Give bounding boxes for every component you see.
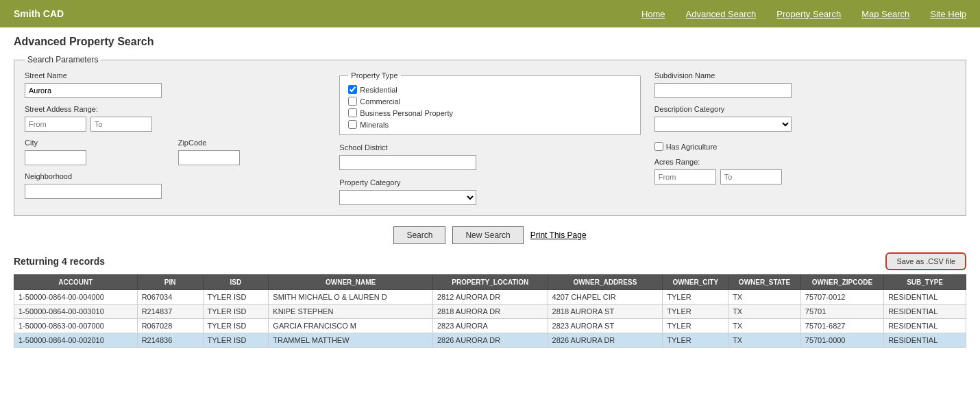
header-row: ACCOUNT PIN ISD OWNER_NAME PROPERTY_LOCA… xyxy=(14,275,966,290)
description-category-label: Description Category xyxy=(654,105,955,113)
nav-site-help[interactable]: Site Help xyxy=(930,9,966,19)
csv-button[interactable]: Save as .CSV file xyxy=(885,252,966,270)
col-header-city: OWNER_CITY xyxy=(663,275,728,290)
property-category-select[interactable] xyxy=(339,190,476,205)
property-category-group: Property Category xyxy=(339,178,640,205)
acres-to-input[interactable] xyxy=(720,169,782,184)
search-params-legend: Search Parameters xyxy=(25,55,101,64)
col-header-account: ACCOUNT xyxy=(14,275,138,290)
search-button[interactable]: Search xyxy=(393,226,445,244)
zipcode-input[interactable] xyxy=(178,150,240,165)
residential-checkbox[interactable] xyxy=(348,85,357,94)
school-district-group: School District xyxy=(339,143,640,170)
school-district-label: School District xyxy=(339,143,640,152)
property-type-legend: Property Type xyxy=(348,71,400,80)
city-zip-group: City ZipCode xyxy=(25,139,326,165)
commercial-checkbox[interactable] xyxy=(348,97,357,106)
acres-from-input[interactable] xyxy=(654,169,716,184)
results-count: Returning 4 records xyxy=(14,256,105,267)
col-header-owner: OWNER_NAME xyxy=(269,275,433,290)
action-buttons: Search New Search Print This Page xyxy=(14,226,966,244)
school-district-input[interactable] xyxy=(339,155,476,170)
col-header-location: PROPERTY_LOCATION xyxy=(432,275,548,290)
description-category-group: Description Category xyxy=(654,105,955,132)
has-agriculture-label: Has Agriculture xyxy=(666,143,718,151)
col-header-state: OWNER_STATE xyxy=(728,275,801,290)
site-title: Smith CAD xyxy=(14,8,64,19)
neighborhood-input[interactable] xyxy=(25,184,162,199)
col2: Property Type Residential Commercial xyxy=(339,71,640,205)
has-agriculture-group: Has Agriculture xyxy=(654,142,955,151)
subdivision-name-input[interactable] xyxy=(654,83,792,98)
acres-range-inputs xyxy=(654,169,955,184)
business-personal-checkbox-label[interactable]: Business Personal Property xyxy=(348,108,631,117)
nav-home[interactable]: Home xyxy=(641,9,665,19)
minerals-checkbox[interactable] xyxy=(348,120,357,129)
address-range-inputs xyxy=(25,117,326,132)
nav-property-search[interactable]: Property Search xyxy=(776,9,841,19)
col-header-address: OWNER_ADDRESS xyxy=(548,275,663,290)
city-input[interactable] xyxy=(25,150,86,165)
col-header-zip: OWNER_ZIPCODE xyxy=(800,275,883,290)
table-row[interactable]: 1-50000-0864-00-003010R214837TYLER ISDKN… xyxy=(14,305,966,319)
nav-advanced-search[interactable]: Advanced Search xyxy=(686,9,757,19)
table-row[interactable]: 1-50000-0863-00-007000R067028TYLER ISDGA… xyxy=(14,319,966,333)
results-table: ACCOUNT PIN ISD OWNER_NAME PROPERTY_LOCA… xyxy=(14,274,966,348)
results-header: Returning 4 records Save as .CSV file xyxy=(14,252,966,270)
header: Smith CAD Home Advanced Search Property … xyxy=(0,0,980,27)
zipcode-group: ZipCode xyxy=(178,139,326,165)
address-range-label: Street Addess Range: xyxy=(25,105,326,113)
city-label: City xyxy=(25,139,173,147)
commercial-checkbox-label[interactable]: Commercial xyxy=(348,97,631,106)
residential-label: Residential xyxy=(360,86,397,94)
page-content: Advanced Property Search Search Paramete… xyxy=(0,27,980,356)
street-name-group: Street Name xyxy=(25,71,326,98)
col-header-subtype: SUB_TYPE xyxy=(884,275,966,290)
col3: Subdivision Name Description Category Ha… xyxy=(654,71,955,205)
neighborhood-group: Neighborhood xyxy=(25,172,326,199)
property-category-label: Property Category xyxy=(339,178,640,187)
table-header: ACCOUNT PIN ISD OWNER_NAME PROPERTY_LOCA… xyxy=(14,275,966,290)
page-title: Advanced Property Search xyxy=(14,36,966,48)
acres-range-label: Acres Range: xyxy=(654,158,955,166)
commercial-label: Commercial xyxy=(360,97,400,106)
col-header-isd: ISD xyxy=(203,275,269,290)
new-search-button[interactable]: New Search xyxy=(452,226,523,244)
business-personal-checkbox[interactable] xyxy=(348,108,357,117)
acres-range-group: Acres Range: xyxy=(654,158,955,184)
params-grid: Street Name Street Addess Range: City xyxy=(25,71,955,205)
neighborhood-label: Neighborhood xyxy=(25,172,326,180)
nav-map-search[interactable]: Map Search xyxy=(861,9,909,19)
business-personal-label: Business Personal Property xyxy=(360,109,453,117)
minerals-checkbox-label[interactable]: Minerals xyxy=(348,120,631,129)
search-params-fieldset: Search Parameters Street Name Street Add… xyxy=(14,55,966,216)
street-name-input[interactable] xyxy=(25,83,162,98)
address-from-input[interactable] xyxy=(25,117,86,132)
table-row[interactable]: 1-50000-0864-00-004000R067034TYLER ISDSM… xyxy=(14,290,966,305)
table-body: 1-50000-0864-00-004000R067034TYLER ISDSM… xyxy=(14,290,966,348)
city-group: City xyxy=(25,139,173,165)
address-to-input[interactable] xyxy=(90,117,152,132)
address-range-group: Street Addess Range: xyxy=(25,105,326,132)
print-link[interactable]: Print This Page xyxy=(530,226,587,244)
col-header-pin: PIN xyxy=(137,275,203,290)
has-agriculture-checkbox-label[interactable]: Has Agriculture xyxy=(654,142,955,151)
main-nav: Home Advanced Search Property Search Map… xyxy=(641,9,966,19)
minerals-label: Minerals xyxy=(360,121,389,129)
subdivision-name-label: Subdivision Name xyxy=(654,71,955,80)
property-type-checkboxes: Residential Commercial Business Personal… xyxy=(348,85,631,129)
zipcode-label: ZipCode xyxy=(178,139,326,147)
property-type-fieldset: Property Type Residential Commercial xyxy=(339,71,640,135)
subdivision-name-group: Subdivision Name xyxy=(654,71,955,98)
has-agriculture-checkbox[interactable] xyxy=(654,142,663,151)
residential-checkbox-label[interactable]: Residential xyxy=(348,85,631,94)
table-row[interactable]: 1-50000-0864-00-002010R214836TYLER ISDTR… xyxy=(14,333,966,348)
street-name-label: Street Name xyxy=(25,71,326,80)
col1: Street Name Street Addess Range: City xyxy=(25,71,326,205)
description-category-select[interactable] xyxy=(654,117,792,132)
